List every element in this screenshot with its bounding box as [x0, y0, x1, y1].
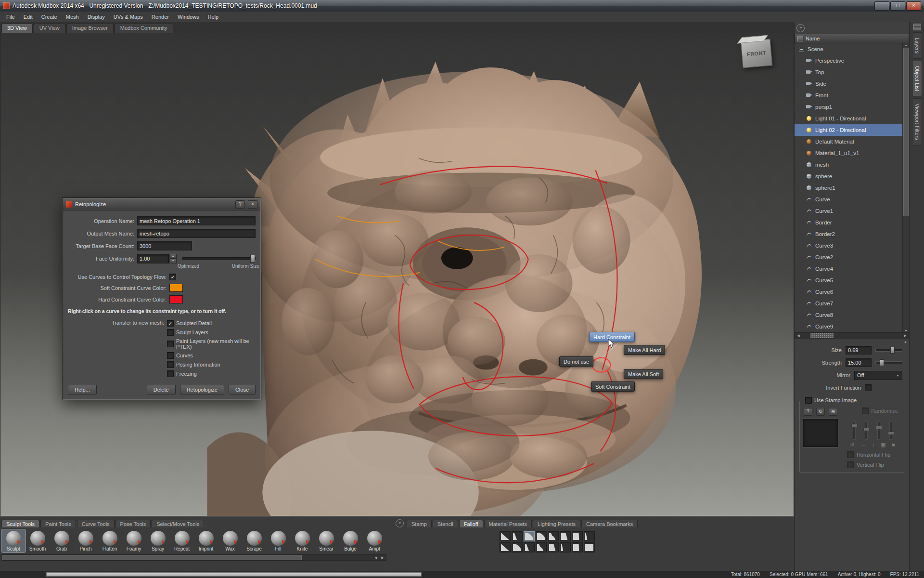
transfer-checkbox[interactable]	[167, 329, 174, 336]
preset-tab[interactable]: Falloff	[459, 520, 483, 527]
falloff-preset[interactable]	[500, 542, 511, 552]
uniformity-spinner[interactable]: ▲ ▼	[169, 254, 177, 263]
transfer-option[interactable]: Curves	[167, 352, 256, 359]
dialog-title-bar[interactable]: Retopologize ? ×	[63, 198, 260, 210]
tool-button[interactable]: Sculpt	[1, 529, 26, 552]
stamp-rotate-icon[interactable]: ↻	[816, 408, 825, 416]
stamp-slider[interactable]	[853, 421, 856, 440]
delete-button[interactable]: Delete	[147, 385, 176, 394]
transfer-option[interactable]: Freezing	[167, 370, 256, 377]
object-list-item[interactable]: Curve3	[795, 240, 902, 251]
scrollbar-thumb[interactable]	[810, 333, 834, 338]
menu-item-soft-constraint[interactable]: Soft Constraint	[591, 381, 635, 392]
menu-item[interactable]: Create	[37, 12, 62, 22]
slider-knob[interactable]	[863, 428, 870, 431]
preset-tab[interactable]: Stencil	[433, 520, 458, 527]
view-cube[interactable]: FRONT	[741, 39, 773, 68]
tool-button[interactable]: Imprint	[194, 529, 218, 552]
falloff-preset[interactable]	[560, 542, 571, 552]
tool-button[interactable]: Knife	[290, 529, 314, 552]
size-input[interactable]: 0.69	[846, 346, 872, 355]
stamp-slider[interactable]	[865, 421, 868, 440]
object-list-item[interactable]: persp1	[795, 101, 902, 113]
transfer-checkbox[interactable]	[167, 341, 174, 347]
falloff-preset[interactable]	[536, 531, 547, 541]
strength-slider[interactable]	[875, 361, 902, 364]
tool-button[interactable]: Wax	[218, 529, 242, 552]
object-list-item[interactable]: Curve4	[795, 263, 902, 275]
stamp-move-icon[interactable]: ⊕	[829, 408, 837, 416]
dialog-close-button[interactable]: ×	[248, 200, 257, 209]
scroll-up-icon[interactable]: ▲	[903, 43, 910, 47]
transfer-option[interactable]: Sculpted Detail	[167, 320, 256, 327]
frame-icon[interactable]: ▣	[881, 442, 886, 448]
object-list-item[interactable]: Curve8	[795, 309, 902, 321]
scrollbar-thumb[interactable]	[903, 48, 909, 216]
scroll-up-icon[interactable]: ▲	[904, 340, 907, 343]
stamp-help-icon[interactable]: ?	[804, 408, 812, 416]
spin-down-icon[interactable]: ▼	[169, 259, 177, 263]
tool-button[interactable]: Pinch	[74, 529, 98, 552]
maximize-button[interactable]: □	[890, 1, 905, 11]
menu-item-do-not-use[interactable]: Do not use	[559, 356, 593, 367]
output-mesh-input[interactable]: mesh-retopo	[137, 229, 256, 238]
tool-button[interactable]: Smooth	[26, 529, 50, 552]
object-list-header[interactable]: Name	[795, 34, 909, 43]
scroll-right-icon[interactable]: ▶	[902, 334, 909, 338]
slider-handle[interactable]	[250, 255, 255, 263]
slider-knob[interactable]	[888, 432, 894, 435]
object-list-item[interactable]: Curve7	[795, 298, 902, 309]
object-list-item[interactable]: sphere	[795, 171, 902, 182]
falloff-preset[interactable]	[560, 531, 571, 541]
spin-up-icon[interactable]: ▲	[169, 254, 177, 259]
menu-item-make-all-hard[interactable]: Make All Hard	[624, 345, 665, 355]
view-tab[interactable]: UV View	[34, 24, 65, 33]
dialog-help-button[interactable]: ?	[235, 200, 245, 209]
object-list-item[interactable]: Curve	[795, 194, 902, 205]
falloff-preset[interactable]	[584, 531, 595, 541]
falloff-preset[interactable]	[536, 542, 547, 552]
use-curves-checkbox[interactable]	[169, 274, 176, 280]
face-count-input[interactable]: 3000	[137, 241, 192, 250]
falloff-preset[interactable]	[512, 542, 523, 552]
size-slider[interactable]	[875, 349, 902, 352]
view-tab[interactable]: Image Browser	[66, 24, 114, 33]
tool-button[interactable]: Grab	[50, 529, 74, 552]
tool-button[interactable]: Scrape	[242, 529, 266, 552]
menu-item[interactable]: Mesh	[62, 12, 83, 22]
stamp-preview[interactable]	[803, 419, 838, 447]
randomize-checkbox[interactable]	[862, 407, 869, 414]
object-list-item[interactable]: Scene	[795, 43, 902, 55]
object-list-item[interactable]: Curve1	[795, 205, 902, 217]
transfer-checkbox[interactable]	[167, 320, 174, 327]
preset-tab[interactable]: Lighting Presets	[533, 520, 580, 527]
hard-color-swatch[interactable]	[169, 295, 183, 303]
falloff-preset[interactable]	[524, 542, 535, 552]
vertical-arrows-icon[interactable]: ↕	[872, 442, 875, 448]
invert-function-checkbox[interactable]	[865, 384, 872, 391]
object-list-item[interactable]: Light 01 - Directional	[795, 113, 902, 124]
minimize-button[interactable]: –	[874, 1, 889, 11]
scroll-right-icon[interactable]: ▶	[379, 556, 386, 560]
menu-item[interactable]: Windows	[173, 12, 204, 22]
stamp-slider[interactable]	[877, 421, 880, 440]
falloff-preset[interactable]	[572, 542, 583, 552]
tools-scrollbar[interactable]: ◀ ▶	[1, 554, 386, 561]
tool-button[interactable]: Ampl	[362, 529, 386, 552]
object-list-item[interactable]: Curve6	[795, 286, 902, 298]
help-button[interactable]: Help...	[68, 385, 97, 394]
object-list-item[interactable]: Front	[795, 90, 902, 101]
object-list-vscrollbar[interactable]: ▲ ▼	[902, 43, 909, 332]
close-dialog-button[interactable]: Close	[229, 385, 256, 394]
preset-tab[interactable]: Camera Bookmarks	[581, 520, 638, 527]
object-list-item[interactable]: Border2	[795, 228, 902, 240]
vertical-flip-checkbox[interactable]	[847, 461, 854, 468]
scroll-left-icon[interactable]: ◀	[795, 334, 802, 338]
use-stamp-checkbox[interactable]	[805, 397, 812, 404]
menu-item[interactable]: Display	[83, 12, 109, 22]
panel-collapse-chevron-icon[interactable]: »	[796, 24, 805, 32]
mirror-dropdown[interactable]: Off ▼	[854, 371, 902, 380]
strength-input[interactable]: 15.00	[846, 358, 872, 367]
falloff-preset[interactable]	[524, 531, 535, 541]
tool-button[interactable]: Spray	[146, 529, 170, 552]
